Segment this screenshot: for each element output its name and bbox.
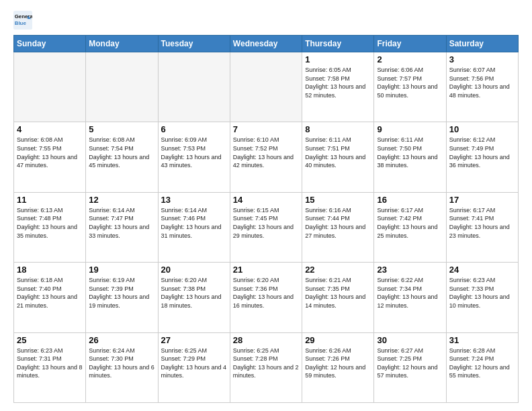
day-number: 24 bbox=[449, 265, 515, 275]
day-info: Sunrise: 6:12 AMSunset: 7:49 PMDaylight:… bbox=[449, 136, 515, 169]
day-number: 27 bbox=[161, 335, 227, 345]
day-number: 2 bbox=[377, 54, 443, 64]
day-number: 14 bbox=[233, 195, 299, 205]
day-number: 31 bbox=[449, 335, 515, 345]
day-number: 23 bbox=[377, 265, 443, 275]
day-info: Sunrise: 6:14 AMSunset: 7:47 PMDaylight:… bbox=[89, 206, 154, 240]
weekday-header-sunday: Sunday bbox=[14, 36, 86, 52]
calendar-cell bbox=[230, 52, 302, 122]
day-number: 3 bbox=[449, 54, 515, 64]
calendar-cell: 7Sunrise: 6:10 AMSunset: 7:52 PMDaylight… bbox=[230, 122, 302, 192]
weekday-header-saturday: Saturday bbox=[446, 36, 518, 52]
calendar-cell: 27Sunrise: 6:25 AMSunset: 7:29 PMDayligh… bbox=[158, 332, 230, 402]
week-row-3: 11Sunrise: 6:13 AMSunset: 7:48 PMDayligh… bbox=[14, 192, 519, 262]
calendar-cell: 17Sunrise: 6:17 AMSunset: 7:41 PMDayligh… bbox=[446, 192, 518, 262]
calendar-cell: 5Sunrise: 6:08 AMSunset: 7:54 PMDaylight… bbox=[86, 122, 158, 192]
day-info: Sunrise: 6:17 AMSunset: 7:42 PMDaylight:… bbox=[377, 206, 443, 240]
calendar-cell bbox=[86, 52, 158, 122]
day-number: 22 bbox=[305, 265, 371, 275]
day-info: Sunrise: 6:24 AMSunset: 7:30 PMDaylight:… bbox=[89, 347, 154, 380]
day-number: 15 bbox=[305, 195, 371, 205]
day-info: Sunrise: 6:23 AMSunset: 7:31 PMDaylight:… bbox=[17, 347, 83, 380]
calendar-table: SundayMondayTuesdayWednesdayThursdayFrid… bbox=[13, 35, 519, 403]
day-info: Sunrise: 6:13 AMSunset: 7:48 PMDaylight:… bbox=[17, 206, 83, 240]
day-info: Sunrise: 6:20 AMSunset: 7:38 PMDaylight:… bbox=[161, 276, 227, 310]
day-info: Sunrise: 6:15 AMSunset: 7:45 PMDaylight:… bbox=[233, 206, 299, 240]
day-info: Sunrise: 6:22 AMSunset: 7:34 PMDaylight:… bbox=[377, 276, 443, 310]
calendar-cell: 3Sunrise: 6:07 AMSunset: 7:56 PMDaylight… bbox=[446, 52, 518, 122]
day-info: Sunrise: 6:08 AMSunset: 7:54 PMDaylight:… bbox=[89, 136, 154, 169]
day-number: 30 bbox=[377, 335, 443, 345]
day-info: Sunrise: 6:06 AMSunset: 7:57 PMDaylight:… bbox=[377, 66, 443, 99]
weekday-header-monday: Monday bbox=[86, 36, 158, 52]
day-info: Sunrise: 6:25 AMSunset: 7:28 PMDaylight:… bbox=[233, 347, 299, 380]
day-number: 7 bbox=[233, 124, 299, 134]
day-info: Sunrise: 6:23 AMSunset: 7:33 PMDaylight:… bbox=[449, 276, 515, 310]
day-info: Sunrise: 6:07 AMSunset: 7:56 PMDaylight:… bbox=[449, 66, 515, 99]
day-number: 9 bbox=[377, 124, 443, 134]
day-number: 16 bbox=[377, 195, 443, 205]
week-row-1: 1Sunrise: 6:05 AMSunset: 7:58 PMDaylight… bbox=[14, 52, 519, 122]
day-info: Sunrise: 6:09 AMSunset: 7:53 PMDaylight:… bbox=[161, 136, 227, 169]
day-info: Sunrise: 6:27 AMSunset: 7:25 PMDaylight:… bbox=[377, 347, 443, 380]
calendar-cell: 14Sunrise: 6:15 AMSunset: 7:45 PMDayligh… bbox=[230, 192, 302, 262]
day-number: 8 bbox=[305, 124, 371, 134]
calendar-cell: 30Sunrise: 6:27 AMSunset: 7:25 PMDayligh… bbox=[374, 332, 446, 402]
day-info: Sunrise: 6:16 AMSunset: 7:44 PMDaylight:… bbox=[305, 206, 371, 240]
day-number: 13 bbox=[161, 195, 227, 205]
calendar-cell: 23Sunrise: 6:22 AMSunset: 7:34 PMDayligh… bbox=[374, 263, 446, 332]
day-number: 26 bbox=[89, 335, 154, 345]
day-number: 10 bbox=[449, 124, 515, 134]
day-number: 20 bbox=[161, 265, 227, 275]
calendar-cell bbox=[14, 52, 86, 122]
calendar-cell: 25Sunrise: 6:23 AMSunset: 7:31 PMDayligh… bbox=[14, 332, 86, 402]
day-info: Sunrise: 6:26 AMSunset: 7:26 PMDaylight:… bbox=[305, 347, 371, 380]
day-number: 6 bbox=[161, 124, 227, 134]
calendar-cell: 1Sunrise: 6:05 AMSunset: 7:58 PMDaylight… bbox=[302, 52, 374, 122]
day-number: 11 bbox=[17, 195, 83, 205]
day-number: 29 bbox=[305, 335, 371, 345]
svg-text:Blue: Blue bbox=[15, 20, 27, 26]
day-info: Sunrise: 6:11 AMSunset: 7:51 PMDaylight:… bbox=[305, 136, 371, 169]
calendar-cell: 6Sunrise: 6:09 AMSunset: 7:53 PMDaylight… bbox=[158, 122, 230, 192]
calendar-cell: 28Sunrise: 6:25 AMSunset: 7:28 PMDayligh… bbox=[230, 332, 302, 402]
day-number: 25 bbox=[17, 335, 83, 345]
calendar-cell: 18Sunrise: 6:18 AMSunset: 7:40 PMDayligh… bbox=[14, 263, 86, 332]
calendar-cell: 2Sunrise: 6:06 AMSunset: 7:57 PMDaylight… bbox=[374, 52, 446, 122]
calendar-cell: 4Sunrise: 6:08 AMSunset: 7:55 PMDaylight… bbox=[14, 122, 86, 192]
day-info: Sunrise: 6:28 AMSunset: 7:24 PMDaylight:… bbox=[449, 347, 515, 380]
page: General Blue SundayMondayTuesdayWednesda… bbox=[0, 0, 532, 411]
day-info: Sunrise: 6:21 AMSunset: 7:35 PMDaylight:… bbox=[305, 276, 371, 310]
day-number: 17 bbox=[449, 195, 515, 205]
calendar-cell: 10Sunrise: 6:12 AMSunset: 7:49 PMDayligh… bbox=[446, 122, 518, 192]
day-number: 28 bbox=[233, 335, 299, 345]
week-row-4: 18Sunrise: 6:18 AMSunset: 7:40 PMDayligh… bbox=[14, 263, 519, 332]
calendar-cell: 29Sunrise: 6:26 AMSunset: 7:26 PMDayligh… bbox=[302, 332, 374, 402]
day-number: 4 bbox=[17, 124, 83, 134]
calendar-cell: 22Sunrise: 6:21 AMSunset: 7:35 PMDayligh… bbox=[302, 263, 374, 332]
header: General Blue bbox=[13, 11, 519, 30]
day-info: Sunrise: 6:20 AMSunset: 7:36 PMDaylight:… bbox=[233, 276, 299, 310]
day-info: Sunrise: 6:19 AMSunset: 7:39 PMDaylight:… bbox=[89, 276, 154, 310]
day-info: Sunrise: 6:18 AMSunset: 7:40 PMDaylight:… bbox=[17, 276, 83, 310]
week-row-2: 4Sunrise: 6:08 AMSunset: 7:55 PMDaylight… bbox=[14, 122, 519, 192]
logo-icon: General Blue bbox=[13, 11, 32, 30]
day-number: 5 bbox=[89, 124, 154, 134]
day-number: 18 bbox=[17, 265, 83, 275]
calendar-cell: 19Sunrise: 6:19 AMSunset: 7:39 PMDayligh… bbox=[86, 263, 158, 332]
weekday-header-tuesday: Tuesday bbox=[158, 36, 230, 52]
calendar-cell: 20Sunrise: 6:20 AMSunset: 7:38 PMDayligh… bbox=[158, 263, 230, 332]
calendar-cell bbox=[158, 52, 230, 122]
day-info: Sunrise: 6:10 AMSunset: 7:52 PMDaylight:… bbox=[233, 136, 299, 169]
calendar-cell: 24Sunrise: 6:23 AMSunset: 7:33 PMDayligh… bbox=[446, 263, 518, 332]
logo: General Blue bbox=[13, 11, 35, 30]
day-number: 12 bbox=[89, 195, 154, 205]
day-info: Sunrise: 6:14 AMSunset: 7:46 PMDaylight:… bbox=[161, 206, 227, 240]
calendar-cell: 12Sunrise: 6:14 AMSunset: 7:47 PMDayligh… bbox=[86, 192, 158, 262]
calendar-cell: 16Sunrise: 6:17 AMSunset: 7:42 PMDayligh… bbox=[374, 192, 446, 262]
day-info: Sunrise: 6:08 AMSunset: 7:55 PMDaylight:… bbox=[17, 136, 83, 169]
day-number: 1 bbox=[305, 54, 371, 64]
calendar-cell: 15Sunrise: 6:16 AMSunset: 7:44 PMDayligh… bbox=[302, 192, 374, 262]
weekday-header-thursday: Thursday bbox=[302, 36, 374, 52]
calendar-cell: 31Sunrise: 6:28 AMSunset: 7:24 PMDayligh… bbox=[446, 332, 518, 402]
